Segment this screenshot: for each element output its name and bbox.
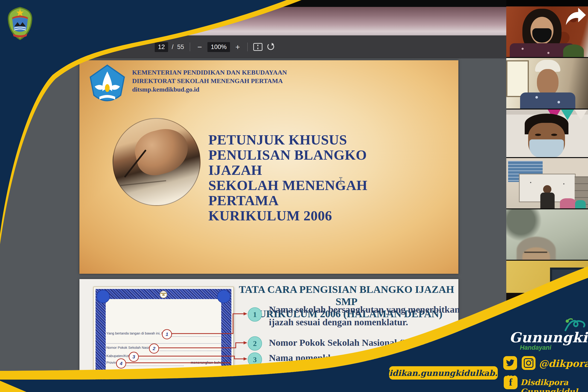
twitter-icon [503, 356, 517, 370]
certificate-field-line [126, 366, 184, 366]
slide-title: PETUNJUK KHUSUS PENULISAN BLANGKO IJAZAH… [208, 132, 402, 224]
slide-title-line: KURIKULUM 2006 [208, 208, 402, 224]
text-cursor [340, 177, 341, 184]
ministry-line: KEMENTERIAN PENDIDIKAN DAN KEBUDAYAAN [132, 68, 339, 76]
item-3-text: Nama nomenklatur kabupaten/kota*) ( [269, 352, 467, 364]
pdf-page-cover-slide: KEMENTERIAN PENDIDIKAN DAN KEBUDAYAAN DI… [79, 60, 458, 274]
rotate-icon[interactable] [266, 42, 275, 52]
instagram-handle: @dikpora_gk [539, 358, 588, 369]
handayani-tagline: Handayani [520, 344, 551, 351]
ijazah-certificate-graphic: KEMENTERIAN PENDIDIKAN DAN KEBUDAYAAN RE… [93, 287, 234, 392]
zoom-level-input[interactable]: 100% [207, 42, 230, 52]
slide-title-line: PETUNJUK KHUSUS [208, 132, 402, 148]
item-3-number-badge: 3 [248, 352, 262, 367]
page-number-input[interactable]: 12 [155, 42, 168, 52]
certificate-corner-ornament [97, 290, 110, 303]
participant-tile-4[interactable] [506, 158, 588, 208]
total-pages-label: 55 [177, 44, 184, 50]
certificate-marker-1: 1 [162, 329, 172, 339]
zoom-in-button[interactable]: + [234, 42, 242, 52]
certificate-field-line [171, 336, 227, 337]
agency-name: DINAS DIKPORA [39, 11, 137, 24]
shared-window-titlebar [129, 0, 506, 7]
zoom-out-button[interactable]: − [196, 42, 204, 52]
participant-tile-3[interactable] [506, 110, 588, 157]
toolbar-divider [247, 42, 248, 51]
certificate-marker-2: 2 [149, 344, 159, 354]
participant-tile-2[interactable] [506, 58, 588, 108]
certificate-field-line [139, 359, 227, 359]
certificate-marker-4: 4 [116, 358, 126, 368]
hand-writing-photo [113, 118, 200, 206]
tut-wuri-handayani-logo [88, 64, 127, 106]
video-call-window: 12 / 55 − 100% + KEMENTERIAN PENDID [0, 0, 588, 392]
certificate-marker-3: 3 [129, 352, 139, 362]
slide-title-line: SEKOLAH MENENGAH PERTAMA [208, 178, 402, 208]
certificate-corner-ornament [217, 290, 230, 303]
instagram-icon [522, 356, 535, 370]
website-banner: pendidikan.gunungkidulkab.go.id [389, 366, 498, 380]
item-1-number-badge: 1 [248, 307, 262, 322]
item-2-text: Nomor Pokok Sekolah Nasional (NPSN) [269, 336, 467, 349]
toolbar-divider [190, 42, 190, 51]
certificate-field-line [159, 350, 227, 351]
garuda-emblem [157, 290, 169, 299]
share-forward-icon[interactable] [563, 6, 586, 27]
item-1-text: Nama sekolah bersangkutan yang menerbitk… [269, 303, 467, 328]
agency-region: KABUPATEN GUNUNGKIDUL [39, 27, 152, 36]
ministry-line: DIREKTORAT SEKOLAH MENENGAH PERTAMA [132, 76, 339, 85]
certificate-note: menerangkan bahwa [191, 360, 225, 364]
gunungkidul-regency-seal [6, 5, 34, 42]
certificate-field-line [106, 343, 227, 344]
item-2-number-badge: 2 [248, 336, 262, 350]
page-divider: / [172, 44, 174, 50]
certificate-field-label: Kabupaten/Kota [106, 354, 131, 358]
slide-title-line: PENULISAN BLANGKO IJAZAH [208, 148, 402, 178]
participant-tile-5[interactable] [506, 209, 588, 260]
shared-window-header-band [129, 7, 506, 36]
facebook-page-name: Disdikpora Gunungkidul [520, 378, 588, 392]
slide-ministry-block: KEMENTERIAN PENDIDIKAN DAN KEBUDAYAAN DI… [132, 68, 339, 94]
fit-to-page-icon[interactable] [253, 43, 262, 51]
ministry-line: ditsmp.kemdikbud.go.id [132, 85, 339, 94]
participant-tile-6[interactable] [506, 261, 588, 311]
gunungkidul-logo-text: Gunungkidul [509, 330, 588, 346]
pdf-toolbar: 12 / 55 − 100% + [0, 36, 506, 58]
